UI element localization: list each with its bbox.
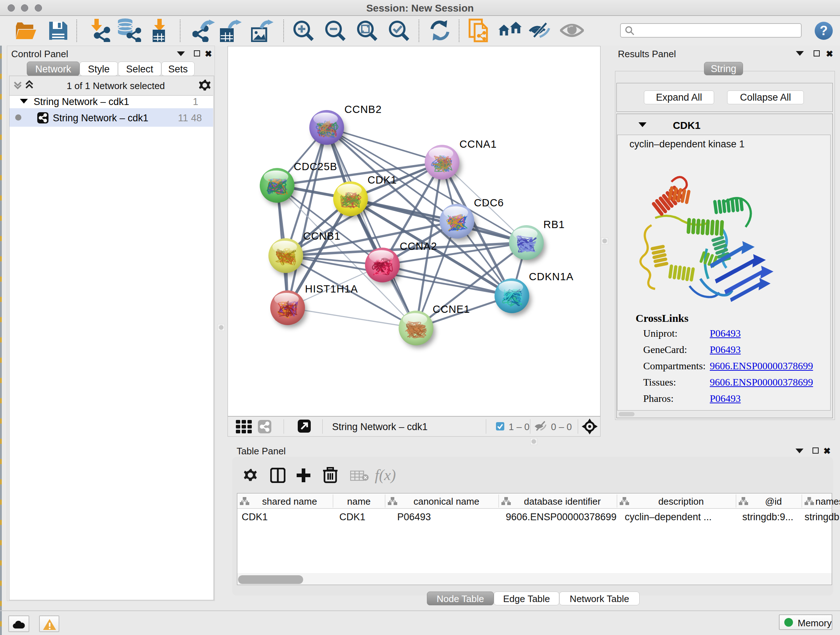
svg-text:RB1: RB1 — [543, 219, 565, 230]
svg-text:CCNB2: CCNB2 — [344, 103, 382, 115]
svg-text:CDKN1A: CDKN1A — [529, 271, 574, 282]
svg-text:CCNB1: CCNB1 — [303, 230, 340, 242]
svg-text:CCNE1: CCNE1 — [433, 303, 470, 315]
svg-text:CCNA2: CCNA2 — [400, 241, 437, 252]
svg-text:CDC6: CDC6 — [474, 197, 504, 209]
svg-text:CCNA1: CCNA1 — [459, 138, 497, 150]
svg-text:CDK1: CDK1 — [368, 174, 397, 186]
svg-text:HIST1H1A: HIST1H1A — [305, 283, 358, 295]
svg-text:CDC25B: CDC25B — [294, 161, 337, 172]
